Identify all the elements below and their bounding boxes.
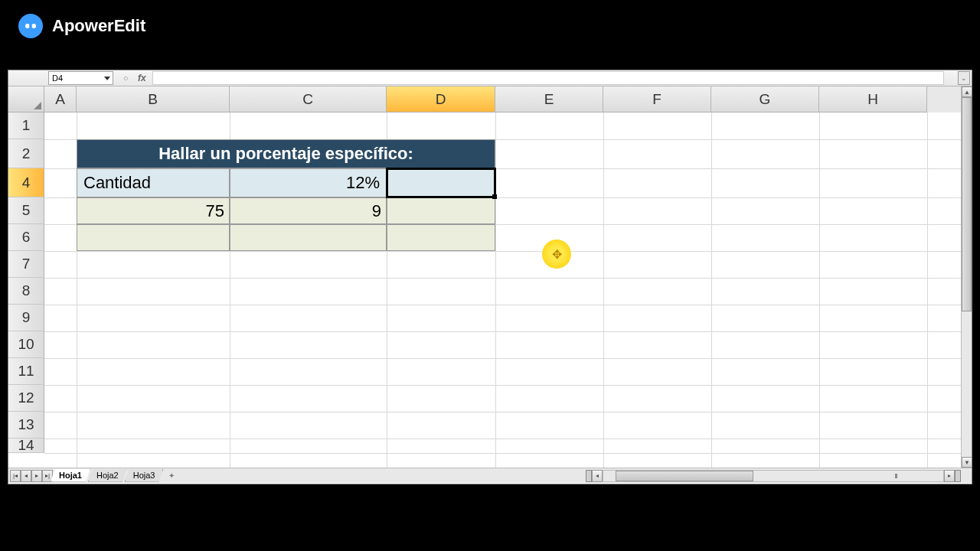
row-header-8[interactable]: 8 xyxy=(8,278,44,305)
scroll-up-icon[interactable]: ▲ xyxy=(962,86,972,97)
cell-C6[interactable] xyxy=(230,224,387,251)
cell-C5[interactable]: 9 xyxy=(230,197,387,224)
col-header-H[interactable]: H xyxy=(819,86,927,112)
col-header-E[interactable]: E xyxy=(495,86,603,112)
row-header-13[interactable]: 13 xyxy=(8,412,44,439)
select-all-corner[interactable] xyxy=(8,86,44,112)
hscroll-thumb[interactable] xyxy=(616,471,753,481)
cell-D6[interactable] xyxy=(387,224,495,251)
row-headers: 1 2 4 5 6 7 8 9 10 11 12 13 14 xyxy=(8,112,44,453)
watermark: ApowerEdit xyxy=(18,14,145,38)
horizontal-scrollbar[interactable] xyxy=(603,470,944,482)
column-headers: A B C D E F G H xyxy=(8,86,961,112)
row-header-6[interactable]: 6 xyxy=(8,224,44,251)
col-header-F[interactable]: F xyxy=(603,86,711,112)
row-header-11[interactable]: 11 xyxy=(8,358,44,385)
spreadsheet-window: D4 ○ fx ⌄ A B C D E F G H 1 2 4 5 6 7 8 xyxy=(8,70,972,484)
svg-point-0 xyxy=(25,24,30,28)
sheet-tab-hoja3[interactable]: Hoja3 xyxy=(125,469,164,482)
col-header-C[interactable]: C xyxy=(230,86,387,112)
tab-nav-next-icon[interactable]: ▸ xyxy=(31,470,42,482)
apoweredit-logo-icon xyxy=(18,14,43,38)
cell-B4[interactable]: Cantidad xyxy=(77,168,230,197)
scroll-left-icon[interactable]: ◂ xyxy=(592,470,603,482)
hscroll-marker xyxy=(895,474,897,478)
grid-area: A B C D E F G H 1 2 4 5 6 7 8 9 10 11 12… xyxy=(8,86,972,468)
horizontal-scroll-shell: ◂ ▸ xyxy=(586,468,961,483)
scroll-down-icon[interactable]: ▼ xyxy=(962,457,972,468)
row-header-10[interactable]: 10 xyxy=(8,331,44,358)
col-header-B[interactable]: B xyxy=(77,86,230,112)
svg-point-1 xyxy=(31,24,36,28)
vertical-scrollbar[interactable]: ▲ ▼ xyxy=(961,86,972,468)
cursor-highlight-icon: ✥ xyxy=(542,240,571,269)
cell-D5[interactable] xyxy=(387,197,495,224)
row-header-1[interactable]: 1 xyxy=(8,112,44,139)
row-header-4[interactable]: 4 xyxy=(8,168,44,197)
cell-C4[interactable]: 12% xyxy=(230,168,387,197)
row-header-9[interactable]: 9 xyxy=(8,305,44,331)
expand-formula-bar-icon[interactable]: ⌄ xyxy=(958,71,970,85)
tab-nav: |◂ ◂ ▸ ▸| xyxy=(10,470,53,482)
sheet-tabs-bar: |◂ ◂ ▸ ▸| Hoja1 Hoja2 Hoja3 ✦ ◂ ▸ xyxy=(8,468,972,483)
sheet-tab-hoja2[interactable]: Hoja2 xyxy=(88,469,127,482)
row-header-7[interactable]: 7 xyxy=(8,251,44,278)
formula-controls: ○ fx xyxy=(119,72,146,84)
row-header-5[interactable]: 5 xyxy=(8,197,44,224)
tab-nav-first-icon[interactable]: |◂ xyxy=(10,470,21,482)
cursor-glyph: ✥ xyxy=(552,247,562,262)
tab-nav-prev-icon[interactable]: ◂ xyxy=(21,470,31,482)
cell-B5[interactable]: 75 xyxy=(77,197,230,224)
formula-bar: D4 ○ fx ⌄ xyxy=(8,70,972,86)
sheet-tab-hoja1[interactable]: Hoja1 xyxy=(51,469,90,482)
col-header-D[interactable]: D xyxy=(387,86,495,112)
cell-title-B2D2[interactable]: Hallar un porcentaje específico: xyxy=(77,139,495,168)
formula-input[interactable] xyxy=(152,71,944,85)
cancel-formula-icon: ○ xyxy=(119,72,132,84)
scroll-right-icon[interactable]: ▸ xyxy=(944,470,955,482)
cell-B6[interactable] xyxy=(77,224,230,251)
name-box[interactable]: D4 xyxy=(48,71,113,85)
col-header-G[interactable]: G xyxy=(711,86,819,112)
watermark-text: ApowerEdit xyxy=(52,16,145,36)
row-header-2[interactable]: 2 xyxy=(8,139,44,168)
cells-area[interactable]: Hallar un porcentaje específico: Cantida… xyxy=(44,112,961,468)
name-box-value: D4 xyxy=(52,73,63,83)
row-header-14[interactable]: 14 xyxy=(8,439,44,453)
vscroll-thumb[interactable] xyxy=(962,97,972,311)
tab-split-handle[interactable] xyxy=(586,470,592,482)
add-sheet-icon[interactable]: ✦ xyxy=(165,471,178,481)
row-header-12[interactable]: 12 xyxy=(8,385,44,412)
col-header-A[interactable]: A xyxy=(44,86,77,112)
hscroll-split-handle[interactable] xyxy=(955,470,961,482)
fx-icon[interactable]: fx xyxy=(138,73,146,83)
